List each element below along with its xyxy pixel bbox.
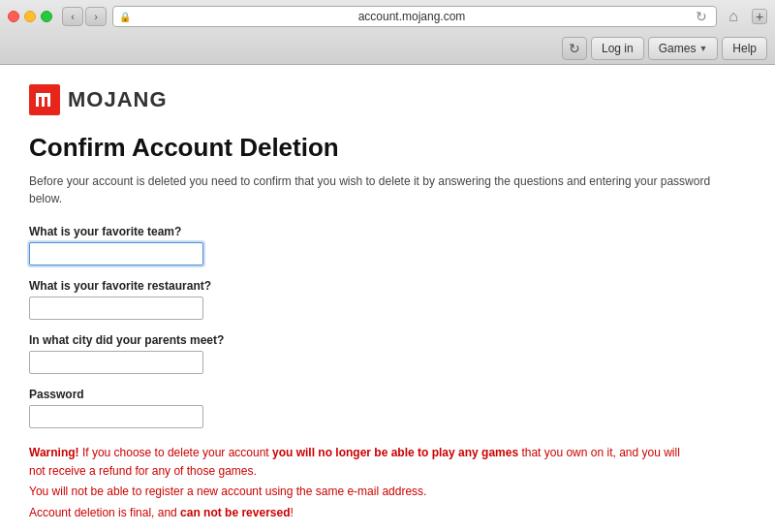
url-text: account.mojang.com [135, 10, 689, 23]
browser-toolbar: ↻ Log in Games ▼ Help [0, 33, 775, 64]
help-button[interactable]: Help [722, 37, 767, 60]
mojang-text: MOJANG [68, 87, 168, 112]
team-field-group: What is your favorite team? [29, 225, 746, 266]
team-label: What is your favorite team? [29, 225, 746, 238]
city-label: In what city did your parents meet? [29, 333, 746, 347]
maximize-button[interactable] [41, 11, 52, 22]
warning-line-2: You will not be able to register a new a… [29, 483, 688, 501]
title-bar: ‹ › 🔒 account.mojang.com ↻ ⌂ + [0, 0, 775, 33]
svg-rect-4 [47, 93, 50, 107]
restaurant-label: What is your favorite restaurant? [29, 279, 746, 293]
warning-line-1: Warning! If you choose to delete your ac… [29, 444, 688, 481]
home-button[interactable]: ⌂ [723, 6, 744, 27]
warning-line-3: Account deletion is final, and can not b… [29, 504, 688, 522]
mojang-icon [29, 84, 60, 115]
restaurant-field-group: What is your favorite restaurant? [29, 279, 746, 320]
warning-section: Warning! If you choose to delete your ac… [29, 444, 688, 522]
password-input[interactable] [29, 405, 203, 428]
toolbar-refresh-button[interactable]: ↻ [562, 37, 587, 60]
nav-buttons: ‹ › [62, 7, 107, 26]
games-dropdown-arrow: ▼ [698, 44, 707, 53]
new-tab-button[interactable]: + [752, 9, 767, 24]
page-title: Confirm Account Deletion [29, 133, 746, 163]
mojang-logo: MOJANG [29, 84, 746, 115]
browser-chrome: ‹ › 🔒 account.mojang.com ↻ ⌂ + ↻ Log in … [0, 0, 775, 65]
warning-bold-games: you will no longer be able to play any g… [272, 446, 518, 459]
login-button[interactable]: Log in [591, 37, 644, 60]
forward-button[interactable]: › [85, 7, 107, 26]
warning-line3-bold: can not be reversed [180, 506, 290, 519]
warning-label: Warning! [29, 446, 79, 459]
city-input[interactable] [29, 351, 203, 374]
back-button[interactable]: ‹ [62, 7, 83, 26]
browser-content: MOJANG Confirm Account Deletion Before y… [0, 65, 775, 532]
reload-button[interactable]: ↻ [693, 8, 710, 25]
traffic-lights [8, 11, 52, 22]
lock-icon: 🔒 [119, 12, 131, 22]
page: MOJANG Confirm Account Deletion Before y… [0, 65, 775, 532]
address-bar[interactable]: 🔒 account.mojang.com ↻ [112, 6, 717, 27]
password-label: Password [29, 388, 746, 401]
password-field-group: Password [29, 388, 746, 428]
restaurant-input[interactable] [29, 297, 203, 320]
city-field-group: In what city did your parents meet? [29, 333, 746, 374]
page-description: Before your account is deleted you need … [29, 172, 746, 207]
team-input[interactable] [29, 242, 203, 266]
games-button[interactable]: Games ▼ [648, 37, 719, 60]
warning-line3-suffix: ! [291, 506, 294, 519]
close-button[interactable] [8, 11, 19, 22]
minimize-button[interactable] [24, 11, 36, 22]
warning-middle: If you choose to delete your account [79, 446, 272, 459]
warning-line3-prefix: Account deletion is final, and [29, 506, 180, 519]
